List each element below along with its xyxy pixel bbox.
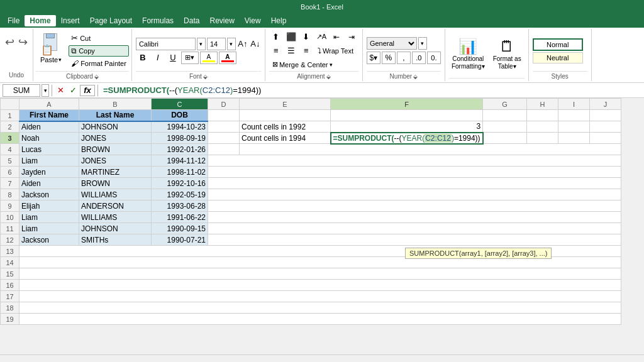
align-top-button[interactable]: ⬆: [269, 31, 283, 43]
cell-j3[interactable]: [590, 133, 621, 144]
cut-button[interactable]: ✂ Cut: [69, 32, 129, 44]
menu-review[interactable]: Review: [204, 15, 239, 26]
fill-color-button[interactable]: A: [200, 52, 218, 64]
redo-button[interactable]: ↪: [17, 34, 29, 50]
menu-data[interactable]: Data: [179, 15, 204, 26]
col-header-g[interactable]: G: [483, 99, 527, 110]
cell-c2[interactable]: 1994-10-23: [152, 121, 208, 133]
cell-a6[interactable]: Jayden: [19, 167, 79, 178]
percent-button[interactable]: %: [382, 52, 396, 64]
merge-center-button[interactable]: ⊠ Merge & Center ▾: [269, 58, 336, 71]
cell-d1[interactable]: [208, 110, 240, 121]
cell-a5[interactable]: Liam: [19, 155, 79, 167]
cell-i1[interactable]: [558, 110, 590, 121]
row-header-5[interactable]: 5: [1, 155, 19, 167]
conditional-formatting-button[interactable]: 📊 ConditionalFormatting▾: [449, 36, 487, 72]
cell-d2[interactable]: [208, 121, 240, 133]
cell-b4[interactable]: BROWN: [79, 144, 152, 155]
borders-button[interactable]: ⊞▾: [181, 52, 199, 64]
row-header-6[interactable]: 6: [1, 167, 19, 178]
format-as-table-button[interactable]: 🗒 Format asTable▾: [490, 36, 525, 72]
underline-button[interactable]: U: [166, 52, 180, 64]
cell-c7[interactable]: 1992-10-16: [152, 178, 208, 189]
cell-b6[interactable]: MARTINEZ: [79, 167, 152, 178]
name-box[interactable]: [3, 84, 40, 97]
cell-c9[interactable]: 1993-06-28: [152, 200, 208, 212]
number-format-dropdown-icon[interactable]: ▾: [418, 37, 427, 50]
col-header-i[interactable]: I: [558, 99, 590, 110]
cell-f2[interactable]: 3: [331, 121, 483, 133]
cell-b1[interactable]: Last Name: [79, 110, 152, 121]
cell-c5[interactable]: 1994-11-12: [152, 155, 208, 167]
cell-a7[interactable]: Aiden: [19, 178, 79, 189]
row-header-4[interactable]: 4: [1, 144, 19, 155]
col-header-h[interactable]: H: [527, 99, 558, 110]
align-right-button[interactable]: ≡: [299, 45, 313, 57]
cell-e3[interactable]: Count cells in 1994: [240, 133, 331, 144]
align-bottom-button[interactable]: ⬇: [299, 31, 313, 43]
name-box-dropdown-icon[interactable]: ▾: [42, 84, 49, 97]
italic-button[interactable]: I: [151, 52, 165, 64]
cell-a9[interactable]: Elijah: [19, 200, 79, 212]
col-header-j[interactable]: J: [590, 99, 621, 110]
cell-b12[interactable]: SMITHs: [79, 234, 152, 246]
cell-c10[interactable]: 1991-06-22: [152, 212, 208, 223]
row-header-11[interactable]: 11: [1, 223, 19, 234]
wrap-text-button[interactable]: ⤵ Wrap Text: [314, 45, 357, 57]
cell-a8[interactable]: Jackson: [19, 189, 79, 200]
menu-pagelayout[interactable]: Page Layout: [85, 15, 137, 26]
cell-a11[interactable]: Liam: [19, 223, 79, 234]
cell-d3[interactable]: [208, 133, 240, 144]
cell-g1[interactable]: [483, 110, 527, 121]
cell-b11[interactable]: JOHNSON: [79, 223, 152, 234]
menu-formulas[interactable]: Formulas: [137, 15, 179, 26]
align-center-button[interactable]: ☰: [284, 45, 298, 57]
col-header-a[interactable]: A: [19, 99, 79, 110]
cell-g2[interactable]: [483, 121, 527, 133]
paste-button[interactable]: 📋 Paste ▾: [36, 30, 66, 71]
menu-help[interactable]: Help: [266, 15, 292, 26]
cell-b2[interactable]: JOHNSON: [79, 121, 152, 133]
cell-h3[interactable]: [527, 133, 558, 144]
font-name-select[interactable]: [136, 38, 196, 50]
cell-b7[interactable]: BROWN: [79, 178, 152, 189]
row-header-1[interactable]: 1: [1, 110, 19, 121]
indent-increase-button[interactable]: ⇥: [345, 31, 358, 43]
style-neutral[interactable]: Neutral: [533, 52, 583, 63]
text-direction-button[interactable]: ↗A: [314, 31, 328, 43]
cell-c4[interactable]: 1992-01-26: [152, 144, 208, 155]
col-header-e[interactable]: E: [240, 99, 331, 110]
cell-c11[interactable]: 1990-09-15: [152, 223, 208, 234]
cell-c8[interactable]: 1992-05-19: [152, 189, 208, 200]
undo-button[interactable]: ↩: [4, 34, 16, 50]
menu-insert[interactable]: Insert: [56, 15, 85, 26]
cell-c3[interactable]: 1998-09-19: [152, 133, 208, 144]
cell-f1[interactable]: [331, 110, 483, 121]
format-painter-button[interactable]: 🖌 Format Painter: [69, 58, 129, 69]
menu-home[interactable]: Home: [25, 15, 55, 26]
row-header-7[interactable]: 7: [1, 178, 19, 189]
cell-c1[interactable]: DOB: [152, 110, 208, 121]
cancel-formula-icon[interactable]: ✕: [55, 85, 66, 96]
comma-button[interactable]: ,: [397, 52, 411, 64]
cell-g3[interactable]: [483, 133, 527, 144]
cell-e1[interactable]: [240, 110, 331, 121]
menu-file[interactable]: File: [3, 15, 25, 26]
row-header-9[interactable]: 9: [1, 200, 19, 212]
col-header-f[interactable]: F: [331, 99, 483, 110]
confirm-formula-icon[interactable]: ✓: [67, 85, 79, 96]
cell-c6[interactable]: 1998-11-02: [152, 167, 208, 178]
decrease-decimal-button[interactable]: 0.: [427, 52, 441, 64]
font-size-dropdown-icon[interactable]: ▾: [227, 38, 236, 50]
cell-b9[interactable]: ANDERSON: [79, 200, 152, 212]
increase-font-button[interactable]: A↑: [237, 38, 248, 50]
row-header-3[interactable]: 3: [1, 133, 19, 144]
cell-j2[interactable]: [590, 121, 621, 133]
row-header-12[interactable]: 12: [1, 234, 19, 246]
cell-j1[interactable]: [590, 110, 621, 121]
col-header-d[interactable]: D: [208, 99, 240, 110]
cell-b3[interactable]: JONES: [79, 133, 152, 144]
row-header-8[interactable]: 8: [1, 189, 19, 200]
copy-button[interactable]: ⧉ Copy: [69, 45, 129, 57]
cell-e2[interactable]: Count cells in 1992: [240, 121, 331, 133]
